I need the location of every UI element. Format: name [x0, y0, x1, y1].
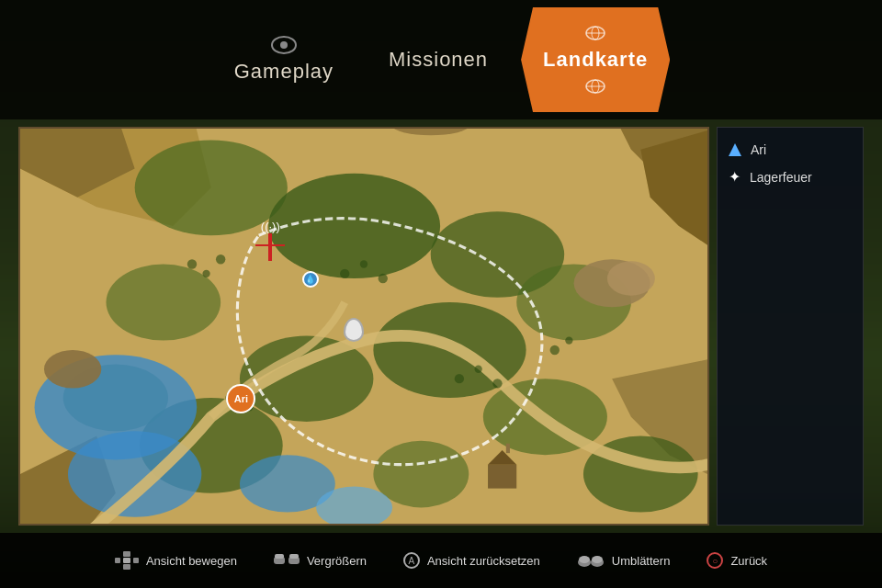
legend-panel: Ari ✦ Lagerfeuer — [717, 127, 864, 526]
svg-rect-46 — [506, 444, 510, 453]
svg-rect-58 — [275, 554, 284, 559]
ansicht-bewegen-label: Ansicht bewegen — [146, 554, 237, 568]
zurueck-label: Zurück — [730, 554, 767, 568]
svg-rect-55 — [123, 558, 130, 563]
svg-rect-59 — [289, 554, 299, 559]
svg-point-37 — [455, 374, 464, 383]
svg-point-32 — [202, 270, 209, 277]
action-zurueck: ○ Zurück — [707, 552, 767, 569]
tower-signal-icon: ((·)) — [261, 220, 280, 233]
tower-marker: ((·)) — [261, 220, 280, 261]
action-vergroessern: Vergrößern — [274, 553, 367, 568]
gameplay-icon — [271, 36, 297, 54]
tower-pole — [268, 233, 272, 261]
legend-item-lagerfeuer: ✦ Lagerfeuer — [729, 168, 852, 186]
svg-point-35 — [360, 260, 368, 267]
balloon-shape — [344, 318, 364, 342]
svg-rect-54 — [133, 558, 139, 563]
svg-point-34 — [340, 269, 349, 278]
dpad-icon — [115, 551, 139, 570]
landkarte-icon-right — [582, 77, 608, 96]
tab-landkarte[interactable]: Landkarte — [543, 24, 648, 96]
circle-button-icon: ○ — [707, 552, 723, 569]
lr-icon — [577, 553, 605, 568]
tab-gameplay[interactable]: Gameplay — [234, 36, 334, 84]
ari-label: Ari — [751, 142, 766, 157]
lagerfeuer-label: Lagerfeuer — [750, 170, 812, 185]
svg-rect-52 — [123, 564, 130, 570]
ansicht-zuruecksetzen-label: Ansicht zurücksetzen — [427, 554, 540, 568]
gameplay-label: Gameplay — [234, 60, 334, 84]
svg-point-43 — [565, 336, 572, 344]
svg-rect-44 — [488, 465, 516, 489]
action-ansicht-bewegen: Ansicht bewegen — [115, 551, 237, 570]
map-canvas: Ari ((·)) 💧 — [20, 129, 707, 524]
svg-rect-53 — [115, 558, 120, 563]
map-container[interactable]: Ari ((·)) 💧 — [18, 127, 709, 526]
action-ansicht-zuruecksetzen: A Ansicht zurücksetzen — [403, 552, 540, 569]
svg-point-36 — [379, 274, 388, 283]
bumper-icon — [274, 553, 300, 568]
svg-rect-51 — [123, 551, 130, 557]
action-umblaettern: Umblättern — [577, 553, 671, 568]
map-svg — [20, 129, 707, 524]
svg-point-16 — [268, 174, 440, 278]
top-navigation: Gameplay Missionen Landkarte — [0, 0, 882, 119]
campfire-marker: 💧 — [302, 271, 319, 288]
missionen-label: Missionen — [389, 48, 488, 72]
svg-point-33 — [216, 254, 225, 264]
balloon-marker — [344, 318, 364, 342]
svg-point-48 — [607, 261, 655, 295]
landkarte-icon-left — [582, 24, 608, 42]
svg-point-1 — [280, 41, 288, 49]
svg-point-31 — [187, 259, 197, 268]
a-button-icon: A — [403, 552, 420, 569]
tab-missionen[interactable]: Missionen — [389, 48, 488, 72]
umblaettern-label: Umblättern — [612, 554, 671, 568]
svg-point-49 — [44, 350, 101, 389]
bottom-action-bar: Ansicht bewegen Vergrößern A Ansicht zur… — [0, 533, 882, 588]
legend-item-ari: Ari — [729, 142, 852, 157]
svg-point-63 — [592, 556, 603, 563]
svg-point-39 — [492, 379, 502, 388]
main-content: Ari ((·)) 💧 Ari ✦ — [0, 119, 882, 533]
vergroessern-label: Vergrößern — [307, 554, 367, 568]
player-marker: Ari — [226, 384, 255, 413]
svg-point-38 — [475, 366, 482, 373]
svg-point-42 — [550, 345, 560, 355]
landkarte-label: Landkarte — [543, 48, 648, 72]
campfire-icon: ✦ — [729, 168, 741, 186]
ari-icon — [729, 143, 741, 156]
svg-point-62 — [579, 556, 590, 563]
